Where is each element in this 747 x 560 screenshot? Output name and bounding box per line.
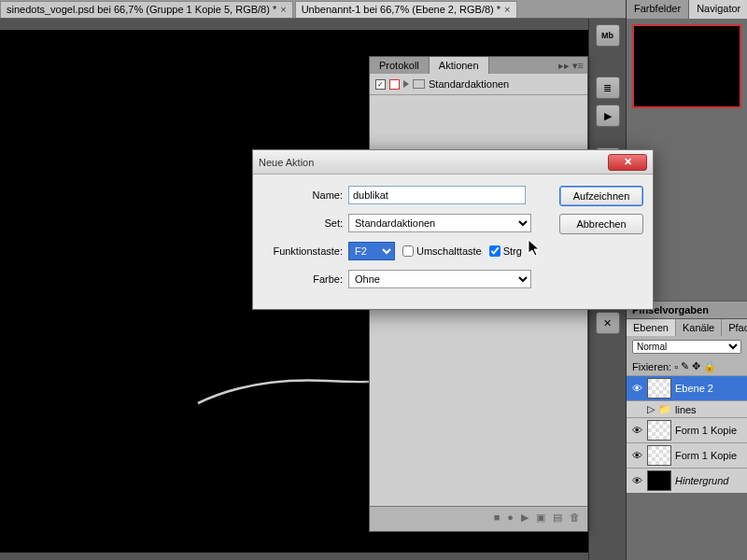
layer-name: Form 1 Kopie (675, 425, 737, 436)
layers-tabs: Ebenen Kanäle Pfade (627, 319, 747, 336)
shift-checkbox[interactable]: Umschalttaste (402, 245, 482, 257)
panel-tabs: Farbfelder Navigator (627, 0, 747, 19)
fkey-label: Funktionstaste: (262, 245, 348, 257)
layer-row[interactable]: 👁 Form 1 Kopie (627, 417, 747, 442)
play-icon[interactable]: ▶ (521, 511, 529, 524)
tab-kanaele[interactable]: Kanäle (676, 319, 722, 336)
name-input[interactable] (348, 186, 526, 204)
mb-icon: Mb (601, 31, 613, 40)
tab-ebenen[interactable]: Ebenen (627, 319, 676, 336)
stop-icon[interactable]: ■ (494, 511, 500, 524)
tab-label: Unbenannt-1 bei 66,7% (Ebene 2, RGB/8) * (302, 4, 500, 15)
expand-icon[interactable] (403, 80, 409, 88)
record-button[interactable]: Aufzeichnen (559, 186, 643, 206)
lock-all-icon[interactable]: 🔒 (703, 360, 716, 372)
tab-pfade[interactable]: Pfade (722, 319, 747, 336)
toggle-checkbox[interactable]: ✓ (375, 79, 386, 90)
panel-icon-button[interactable]: Mb (596, 24, 620, 47)
tab-label: sinedots_vogel.psd bei 66,7% (Gruppe 1 K… (7, 4, 276, 15)
trash-icon[interactable]: 🗑 (570, 511, 580, 524)
document-tab[interactable]: sinedots_vogel.psd bei 66,7% (Gruppe 1 K… (0, 1, 293, 18)
layer-name: Form 1 Kopie (675, 450, 737, 461)
layer-row[interactable]: 👁 Form 1 Kopie (627, 442, 747, 468)
new-action-icon[interactable]: ▤ (553, 511, 562, 524)
layer-name: lines (675, 404, 697, 415)
folder-toggle-icon[interactable]: ▷ (647, 403, 655, 415)
lock-label: Fixieren: (632, 361, 671, 372)
function-key-select[interactable]: F2 (348, 242, 395, 260)
panel-icon-button[interactable]: ≣ (596, 77, 620, 99)
panel-icon-button[interactable]: ▶ (596, 105, 620, 127)
layer-row[interactable]: 👁 Hintergrund (627, 468, 747, 493)
shift-label: Umschalttaste (416, 245, 482, 257)
set-select[interactable]: Standardaktionen (348, 214, 531, 232)
ctrl-label: Strg (503, 245, 522, 257)
layer-thumbnail[interactable] (647, 420, 671, 441)
actions-tabs: Protokoll Aktionen ▸▸ ▾≡ (370, 57, 587, 74)
visibility-icon[interactable]: 👁 (630, 450, 643, 461)
visibility-icon[interactable]: 👁 (630, 425, 643, 436)
navigator-thumbnail[interactable] (632, 24, 741, 108)
new-action-dialog: Neue Aktion ✕ Name: Set: Standardaktione… (252, 149, 654, 310)
checkbox-input[interactable] (489, 245, 500, 257)
color-label: Farbe: (262, 273, 348, 285)
tab-protokoll[interactable]: Protokoll (370, 57, 430, 74)
layer-row[interactable]: 👁 Ebene 2 (627, 375, 747, 400)
document-tab[interactable]: Unbenannt-1 bei 66,7% (Ebene 2, RGB/8) *… (295, 1, 517, 18)
dialog-title: Neue Aktion (259, 157, 608, 168)
panel-menu-icon[interactable]: ▸▸ ▾≡ (555, 58, 587, 74)
new-set-icon[interactable]: ▣ (536, 511, 545, 524)
close-button[interactable]: ✕ (608, 154, 647, 171)
tools-icon: ✕ (603, 317, 612, 329)
visibility-icon[interactable]: 👁 (630, 475, 643, 486)
dialog-toggle-icon[interactable] (389, 79, 400, 90)
record-icon[interactable]: ● (507, 511, 514, 524)
tab-farbfelder[interactable]: Farbfelder (627, 0, 689, 19)
panel-icon-button[interactable]: ✕ (596, 312, 620, 334)
layer-thumbnail[interactable] (647, 445, 671, 466)
folder-icon: 📁 (658, 403, 671, 415)
layer-thumbnail[interactable] (647, 470, 671, 491)
lock-row: Fixieren: ▫ ✎ ✥ 🔒 (627, 357, 747, 375)
layer-thumbnail[interactable] (647, 378, 671, 399)
actions-footer: ■ ● ▶ ▣ ▤ 🗑 (370, 506, 587, 528)
bars-icon: ≣ (603, 82, 612, 94)
dialog-titlebar[interactable]: Neue Aktion ✕ (253, 150, 653, 175)
close-icon[interactable]: × (504, 4, 510, 15)
cancel-button[interactable]: Abbrechen (559, 214, 643, 234)
lock-brush-icon[interactable]: ✎ (681, 360, 689, 372)
blend-mode-row: Normal (627, 336, 747, 357)
close-icon[interactable]: × (280, 4, 286, 15)
layer-name: Hintergrund (675, 475, 728, 486)
layer-row[interactable]: ▷ 📁 lines (627, 400, 747, 417)
tab-navigator[interactable]: Navigator (689, 0, 747, 19)
layer-name: Ebene 2 (675, 383, 713, 394)
lock-pixels-icon[interactable]: ▫ (674, 361, 678, 372)
action-set-row[interactable]: ✓ Standardaktionen (370, 74, 587, 95)
color-select[interactable]: Ohne (348, 270, 531, 288)
action-set-name: Standardaktionen (429, 78, 509, 90)
name-label: Name: (262, 189, 348, 201)
play-icon: ▶ (604, 110, 612, 122)
blend-mode-select[interactable]: Normal (632, 340, 741, 354)
ctrl-checkbox[interactable]: Strg (489, 245, 522, 257)
checkbox-input[interactable] (402, 245, 414, 257)
folder-icon (413, 79, 425, 89)
tab-aktionen[interactable]: Aktionen (430, 57, 489, 74)
lock-move-icon[interactable]: ✥ (692, 360, 700, 372)
set-label: Set: (262, 217, 348, 229)
visibility-icon[interactable]: 👁 (630, 383, 643, 394)
